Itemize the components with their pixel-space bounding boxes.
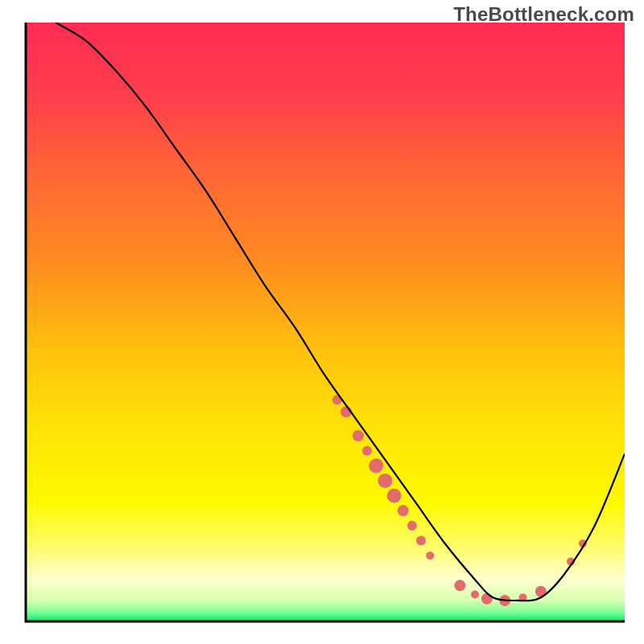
chart-container: TheBottleneck.com	[0, 0, 644, 644]
attribution-label: TheBottleneck.com	[453, 3, 634, 26]
data-dot	[387, 489, 402, 503]
data-dot	[362, 446, 372, 456]
bottleneck-chart	[0, 0, 644, 644]
data-dot	[416, 536, 426, 546]
data-dot	[481, 593, 493, 605]
data-dot	[407, 521, 417, 530]
data-dot	[471, 591, 479, 599]
data-dot	[398, 505, 409, 516]
data-dot	[353, 430, 364, 441]
data-dot	[378, 473, 392, 488]
data-dot	[426, 551, 434, 559]
data-dot	[454, 580, 465, 591]
gradient-background	[26, 23, 625, 621]
data-dot	[369, 459, 383, 473]
